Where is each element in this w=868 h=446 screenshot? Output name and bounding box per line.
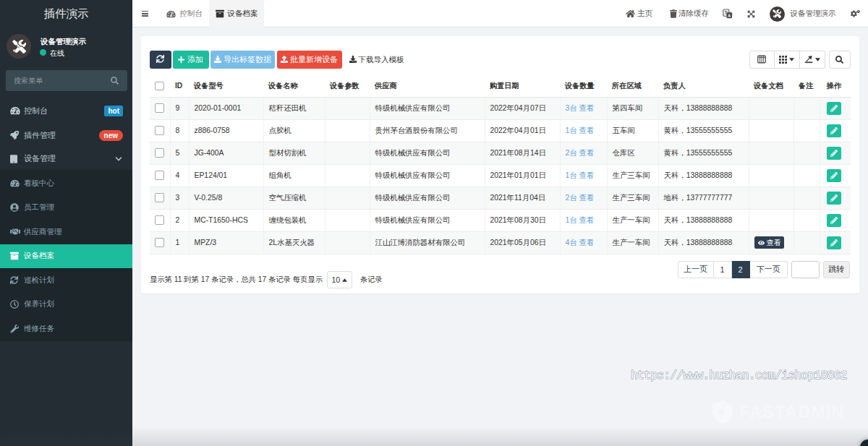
svg-text:https://www.huzhan.com/ishop18: https://www.huzhan.com/ishop18862 (631, 369, 847, 382)
